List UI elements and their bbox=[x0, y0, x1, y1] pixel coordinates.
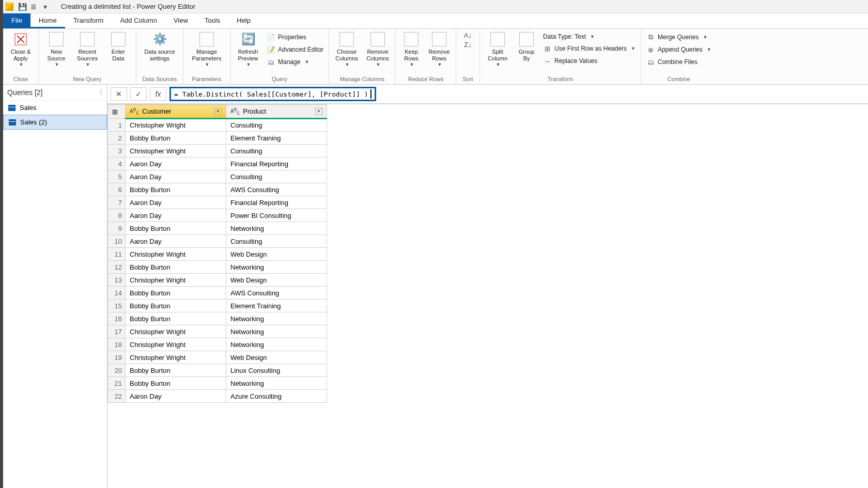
cell[interactable]: Consulting bbox=[226, 145, 327, 158]
cell[interactable]: Networking bbox=[226, 338, 327, 351]
cell[interactable]: Bobby Burton bbox=[126, 287, 226, 300]
query-item-sales[interactable]: Sales bbox=[3, 101, 107, 115]
table-row[interactable]: 15Bobby BurtonElement Training bbox=[108, 300, 327, 312]
recent-sources-button[interactable]: Recent Sources▼ bbox=[73, 30, 102, 68]
table-row[interactable]: 1Christopher WrightConsulting bbox=[108, 119, 327, 132]
cell[interactable]: Bobby Burton bbox=[126, 312, 226, 325]
cell[interactable]: Bobby Burton bbox=[126, 300, 226, 312]
row-number[interactable]: 15 bbox=[108, 300, 126, 312]
cell[interactable]: Bobby Burton bbox=[126, 132, 226, 145]
table-row[interactable]: 6Bobby BurtonAWS Consulting bbox=[108, 183, 327, 196]
qat-save-icon[interactable]: 💾 bbox=[17, 1, 28, 12]
tab-file[interactable]: File bbox=[3, 13, 30, 28]
cell[interactable]: Aaron Day bbox=[126, 235, 226, 248]
cell[interactable]: AWS Consulting bbox=[226, 183, 327, 196]
advanced-editor-button[interactable]: 📝 Advanced Editor bbox=[265, 44, 326, 55]
sort-asc-button[interactable]: A↓ bbox=[464, 31, 472, 39]
manage-parameters-button[interactable]: Manage Parameters▼ bbox=[187, 30, 227, 68]
tab-tools[interactable]: Tools bbox=[196, 13, 228, 28]
table-row[interactable]: 7Aaron DayFinancial Reporting bbox=[108, 196, 327, 209]
cell[interactable]: Power BI Consulting bbox=[226, 209, 327, 222]
row-number[interactable]: 14 bbox=[108, 287, 126, 300]
table-row[interactable]: 8Aaron DayPower BI Consulting bbox=[108, 209, 327, 222]
keep-rows-button[interactable]: Keep Rows▼ bbox=[399, 30, 424, 68]
formula-cancel-button[interactable]: ✕ bbox=[111, 87, 127, 101]
cell[interactable]: Linux Consulting bbox=[226, 364, 327, 377]
query-item-sales-2[interactable]: Sales (2) bbox=[3, 115, 107, 130]
row-number[interactable]: 5 bbox=[108, 170, 126, 183]
cell[interactable]: Bobby Burton bbox=[126, 377, 226, 390]
table-row[interactable]: 12Bobby BurtonNetworking bbox=[108, 261, 327, 274]
table-row[interactable]: 11Christopher WrightWeb Design bbox=[108, 248, 327, 261]
row-number[interactable]: 10 bbox=[108, 235, 126, 248]
row-number[interactable]: 18 bbox=[108, 338, 126, 351]
combine-files-button[interactable]: 🗂 Combine Files bbox=[644, 57, 714, 67]
merge-queries-button[interactable]: ⧉ Merge Queries▼ bbox=[644, 32, 714, 42]
column-filter-icon[interactable]: ▼ bbox=[214, 108, 222, 115]
row-number[interactable]: 7 bbox=[108, 196, 126, 209]
cell[interactable]: Networking bbox=[226, 325, 327, 338]
cell[interactable]: Networking bbox=[226, 261, 327, 274]
table-row[interactable]: 3Christopher WrightConsulting bbox=[108, 145, 327, 158]
cell[interactable]: Consulting bbox=[226, 119, 327, 132]
cell[interactable]: Aaron Day bbox=[126, 170, 226, 183]
row-number[interactable]: 11 bbox=[108, 248, 126, 261]
row-number[interactable]: 3 bbox=[108, 145, 126, 158]
table-row[interactable]: 13Christopher WrightWeb Design bbox=[108, 274, 327, 287]
row-number[interactable]: 6 bbox=[108, 183, 126, 196]
table-row[interactable]: 2Bobby BurtonElement Training bbox=[108, 132, 327, 145]
cell[interactable]: Aaron Day bbox=[126, 158, 226, 170]
cell[interactable]: Web Design bbox=[226, 274, 327, 287]
collapse-queries-icon[interactable]: 〈 bbox=[96, 88, 103, 97]
row-number[interactable]: 17 bbox=[108, 325, 126, 338]
row-number[interactable]: 1 bbox=[108, 119, 126, 132]
table-row[interactable]: 4Aaron DayFinancial Reporting bbox=[108, 158, 327, 170]
cell[interactable]: Web Design bbox=[226, 248, 327, 261]
table-row[interactable]: 10Aaron DayConsulting bbox=[108, 235, 327, 248]
row-number[interactable]: 19 bbox=[108, 351, 126, 364]
remove-rows-button[interactable]: Remove Rows▼ bbox=[426, 30, 453, 68]
column-header-product[interactable]: ABC Product ▼ bbox=[226, 105, 327, 119]
cell[interactable]: Consulting bbox=[226, 235, 327, 248]
group-by-button[interactable]: Group By bbox=[514, 30, 539, 62]
data-grid[interactable]: ⊞ ABC Customer ▼ ABC Pr bbox=[107, 104, 868, 403]
cell[interactable]: Christopher Wright bbox=[126, 274, 226, 287]
new-source-button[interactable]: New Source▼ bbox=[42, 30, 71, 68]
cell[interactable]: Financial Reporting bbox=[226, 196, 327, 209]
table-row[interactable]: 14Bobby BurtonAWS Consulting bbox=[108, 287, 327, 300]
cell[interactable]: Christopher Wright bbox=[126, 338, 226, 351]
qat-undo-icon[interactable]: 🗎 bbox=[28, 1, 39, 12]
row-number[interactable]: 8 bbox=[108, 209, 126, 222]
row-number[interactable]: 13 bbox=[108, 274, 126, 287]
cell[interactable]: Networking bbox=[226, 222, 327, 235]
cell[interactable]: Element Training bbox=[226, 300, 327, 312]
cell[interactable]: Bobby Burton bbox=[126, 222, 226, 235]
cell[interactable]: Financial Reporting bbox=[226, 158, 327, 170]
formula-accept-button[interactable]: ✓ bbox=[130, 87, 147, 101]
tab-help[interactable]: Help bbox=[228, 13, 259, 28]
data-type-button[interactable]: Data Type: Text▼ bbox=[541, 32, 638, 41]
table-row[interactable]: 16Bobby BurtonNetworking bbox=[108, 312, 327, 325]
cell[interactable]: Bobby Burton bbox=[126, 364, 226, 377]
cell[interactable]: Web Design bbox=[226, 351, 327, 364]
enter-data-button[interactable]: Enter Data bbox=[104, 30, 133, 62]
column-filter-icon[interactable]: ▼ bbox=[315, 108, 322, 115]
row-number[interactable]: 12 bbox=[108, 261, 126, 274]
formula-input[interactable]: = Table.Distinct( Sales[[Customer], [Pro… bbox=[169, 87, 376, 101]
cell[interactable]: Networking bbox=[226, 312, 327, 325]
row-number[interactable]: 21 bbox=[108, 377, 126, 390]
close-apply-button[interactable]: Close & Apply▼ bbox=[6, 30, 35, 68]
select-all-corner[interactable]: ⊞ bbox=[108, 105, 126, 119]
table-row[interactable]: 18Christopher WrightNetworking bbox=[108, 338, 327, 351]
tab-home[interactable]: Home bbox=[30, 13, 65, 28]
cell[interactable]: Christopher Wright bbox=[126, 119, 226, 132]
tab-view[interactable]: View bbox=[165, 13, 196, 28]
append-queries-button[interactable]: ⊕ Append Queries▼ bbox=[644, 44, 714, 55]
row-number[interactable]: 2 bbox=[108, 132, 126, 145]
replace-values-button[interactable]: ↔ Replace Values bbox=[541, 56, 638, 66]
cell[interactable]: Christopher Wright bbox=[126, 145, 226, 158]
column-header-customer[interactable]: ABC Customer ▼ bbox=[126, 105, 226, 119]
row-number[interactable]: 16 bbox=[108, 312, 126, 325]
cell[interactable]: Aaron Day bbox=[126, 196, 226, 209]
manage-button[interactable]: 🗂 Manage▼ bbox=[265, 57, 326, 67]
